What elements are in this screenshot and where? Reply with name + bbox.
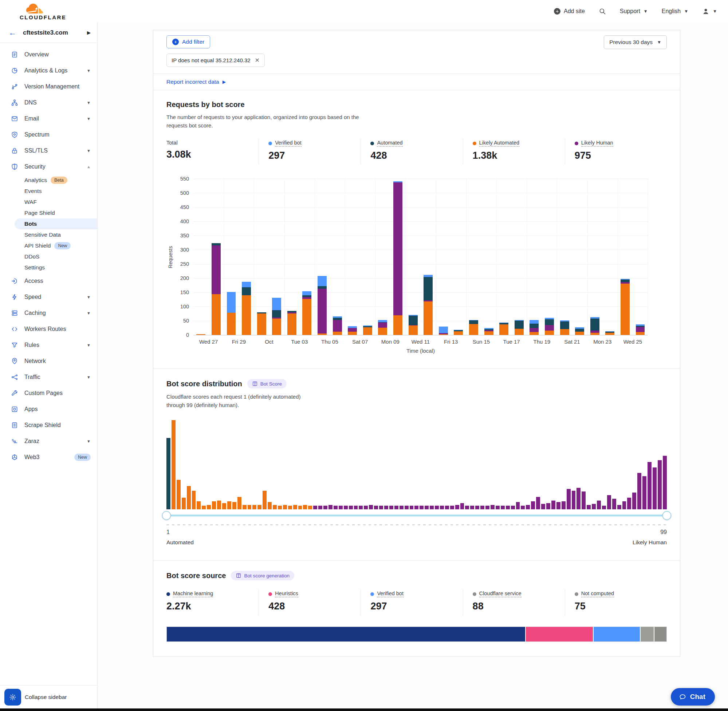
- chevron-down-icon[interactable]: ▼: [87, 100, 91, 105]
- sidebar-item-web3[interactable]: Web3New: [0, 449, 97, 465]
- sidebar-subitem-settings[interactable]: Settings: [0, 262, 97, 273]
- chevron-down-icon[interactable]: ▼: [87, 439, 91, 443]
- bot-score-badge[interactable]: Bot Score: [247, 379, 286, 388]
- x-tick-label: Fri 29: [224, 339, 254, 345]
- histogram-bar-score-66: [496, 506, 500, 509]
- site-header[interactable]: ← cftestsite3.com ▶: [0, 22, 97, 43]
- sidebar-item-custom-pages[interactable]: Custom Pages: [0, 385, 97, 401]
- cloudflare-logo[interactable]: CLOUDFLARE: [20, 3, 66, 21]
- stat-label[interactable]: Machine learning: [173, 590, 213, 597]
- sidebar-item-caching[interactable]: Caching▼: [0, 305, 97, 321]
- sidebar-subitem-events[interactable]: Events: [0, 186, 97, 196]
- sidebar-item-email[interactable]: Email▼: [0, 111, 97, 127]
- sidebar-subitem-waf[interactable]: WAF: [0, 196, 97, 208]
- web3-icon: [11, 454, 19, 461]
- sidebar-item-zaraz[interactable]: Zaraz▼: [0, 433, 97, 449]
- slider-labels: 1 Automated 99 Likely Human: [167, 529, 667, 546]
- stacked-bar: [530, 320, 539, 335]
- chat-button[interactable]: Chat: [671, 688, 715, 705]
- search-button[interactable]: [599, 7, 606, 15]
- account-menu[interactable]: ▼: [702, 7, 717, 15]
- sidebar-item-dns[interactable]: DNS▼: [0, 94, 97, 111]
- sidebar-subitem-sensitive-data[interactable]: Sensitive Data: [0, 229, 97, 240]
- report-incorrect-data-link[interactable]: Report incorrect data ▶: [167, 79, 226, 85]
- sidebar-item-label: Custom Pages: [24, 390, 91, 397]
- y-tick-label: 400: [174, 218, 189, 224]
- sidebar-item-version-management[interactable]: Version Management: [0, 79, 97, 94]
- sidebar-item-network[interactable]: Network: [0, 353, 97, 369]
- stat-label[interactable]: Cloudflare service: [479, 590, 521, 597]
- chevron-down-icon[interactable]: ▼: [87, 295, 91, 299]
- analytics-card: + Add filter IP does not equal 35.212.24…: [153, 30, 680, 657]
- sidebar-item-speed[interactable]: Speed▼: [0, 289, 97, 305]
- stat-label[interactable]: Heuristics: [275, 590, 298, 597]
- filter-chip[interactable]: IP does not equal 35.212.240.32 ✕: [167, 53, 265, 67]
- histogram-bar-score-11: [217, 501, 221, 510]
- bot-score-generation-badge[interactable]: Bot score generation: [231, 571, 294, 580]
- legend-dot-icon: [167, 592, 170, 596]
- stat-label[interactable]: Automated: [377, 140, 402, 147]
- sidebar-subitem-api-shield[interactable]: API ShieldNew: [0, 240, 97, 251]
- top-header: CLOUDFLARE + Add site Support ▼ English …: [0, 0, 728, 22]
- source-stacked-bar: [167, 627, 667, 642]
- sidebar-item-overview[interactable]: Overview: [0, 47, 97, 63]
- sidebar-item-scrape-shield[interactable]: Scrape Shield: [0, 417, 97, 433]
- sidebar-item-rules[interactable]: Rules▼: [0, 337, 97, 353]
- sidebar-item-access[interactable]: Access: [0, 273, 97, 289]
- stat-label[interactable]: Likely Automated: [479, 140, 519, 147]
- slider-handle-min[interactable]: [162, 511, 171, 520]
- chevron-down-icon[interactable]: ▼: [87, 149, 91, 153]
- sidebar-subitem-page-shield[interactable]: Page Shield: [0, 208, 97, 218]
- back-arrow-icon[interactable]: ←: [9, 28, 16, 37]
- stacked-bar: [333, 316, 342, 335]
- bar-segment-likely-automated: [257, 313, 266, 335]
- add-site-button[interactable]: + Add site: [554, 8, 585, 15]
- collapse-sidebar-button[interactable]: Collapse sidebar: [25, 694, 66, 701]
- sidebar-item-label: Caching: [24, 310, 87, 316]
- chevron-down-icon[interactable]: ▼: [87, 68, 91, 73]
- sidebar-item-workers-routes[interactable]: Workers Routes: [0, 321, 97, 337]
- x-tick-label: Sun 15: [466, 339, 496, 345]
- language-menu[interactable]: English ▼: [662, 8, 688, 15]
- chevron-down-icon[interactable]: ▼: [87, 117, 91, 121]
- histogram-bar-score-43: [379, 506, 383, 509]
- sidebar-item-apps[interactable]: Apps: [0, 401, 97, 417]
- sidebar-item-analytics-logs[interactable]: Analytics & Logs▼: [0, 63, 97, 79]
- sidebar-item-spectrum[interactable]: Spectrum: [0, 127, 97, 143]
- bar-segment-likely-automated: [196, 334, 205, 335]
- chevron-up-icon[interactable]: ▲: [87, 165, 91, 169]
- sidebar-subitem-ddos[interactable]: DDoS: [0, 251, 97, 262]
- sidebar-subitem-bots[interactable]: Bots: [15, 218, 97, 229]
- sidebar-subitem-analytics[interactable]: AnalyticsBeta: [0, 175, 97, 186]
- histogram-bar-score-44: [384, 506, 388, 509]
- bar-segment-automated: [545, 319, 554, 325]
- stat-value: 975: [575, 150, 663, 161]
- chevron-down-icon[interactable]: ▼: [87, 343, 91, 347]
- stat-label[interactable]: Likely Human: [581, 140, 613, 147]
- sidebar-item-ssl-tls[interactable]: SSL/TLS▼: [0, 143, 97, 159]
- sidebar-item-security[interactable]: Security▲: [0, 159, 97, 175]
- histogram-bar-score-34: [334, 506, 338, 509]
- legend-dot-icon: [371, 592, 374, 596]
- stat-label[interactable]: Verified bot: [275, 140, 301, 147]
- y-tick-label: 150: [174, 289, 189, 295]
- chevron-down-icon: ▼: [644, 9, 648, 14]
- bar-segment-likely-human: [545, 325, 554, 331]
- source-stats-row: Machine learning2.27kHeuristics428Verifi…: [167, 589, 667, 616]
- stat-label[interactable]: Not computed: [581, 590, 614, 597]
- histogram-bar-score-69: [511, 506, 515, 509]
- slider-handle-max[interactable]: [663, 511, 672, 520]
- histogram-bar-score-20: [263, 491, 267, 509]
- support-menu[interactable]: Support ▼: [620, 8, 648, 15]
- stat-label[interactable]: Verified bot: [377, 590, 403, 597]
- sidebar-item-traffic[interactable]: Traffic▼: [0, 369, 97, 385]
- chevron-right-icon[interactable]: ▶: [87, 30, 91, 35]
- date-range-select[interactable]: Previous 30 days ▼: [604, 35, 667, 49]
- histogram-bar-score-87: [602, 506, 606, 509]
- histogram-bar-score-2: [171, 420, 176, 509]
- chevron-down-icon[interactable]: ▼: [87, 311, 91, 315]
- chevron-down-icon[interactable]: ▼: [87, 375, 91, 379]
- settings-gear-button[interactable]: [4, 689, 21, 705]
- close-icon[interactable]: ✕: [255, 57, 260, 64]
- add-filter-button[interactable]: + Add filter: [167, 35, 210, 49]
